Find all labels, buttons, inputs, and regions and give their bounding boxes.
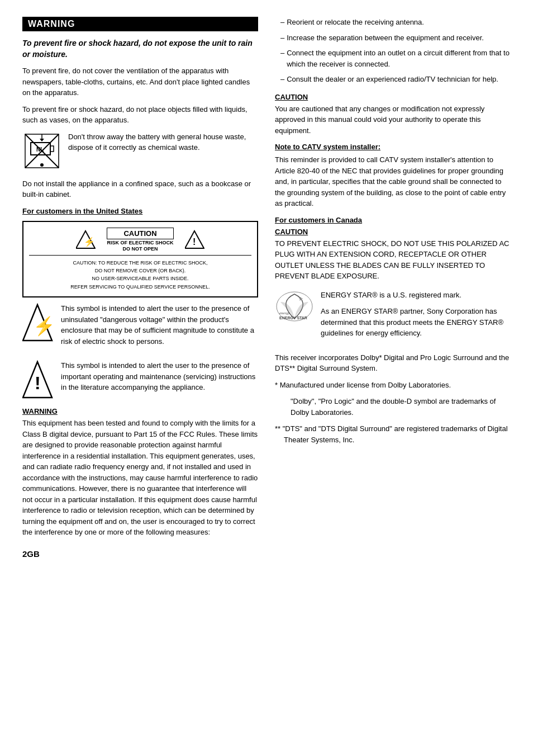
energy-star-text-area: ENERGY STAR® is a U.S. registered mark. … bbox=[321, 290, 511, 344]
page-number: 2GB bbox=[22, 549, 258, 559]
caution-box-title-area: CAUTION RISK OF ELECTRIC SHOCK DO NOT OP… bbox=[107, 228, 173, 252]
energy-star-section: energy ENERGY STAR ★ ENERGY STAR® is a U… bbox=[275, 290, 511, 344]
canada-caution-text: TO PREVENT ELECTRIC SHOCK, DO NOT USE TH… bbox=[275, 238, 511, 282]
svg-text:⚡: ⚡ bbox=[84, 237, 95, 247]
warning-body: This equipment has been tested and found… bbox=[22, 418, 258, 538]
svg-text:★: ★ bbox=[298, 296, 303, 302]
warning-header: WARNING bbox=[22, 17, 258, 31]
lightning-triangle-icon: ⚡ bbox=[22, 303, 53, 342]
right-column: Reorient or relocate the receiving anten… bbox=[275, 17, 511, 559]
canada-caution-heading: CAUTION bbox=[275, 228, 511, 236]
main-warning-title: To prevent fire or shock hazard, do not … bbox=[22, 38, 258, 60]
footnote1: * Manufactured under license from Dolby … bbox=[275, 380, 511, 391]
battery-disposal-icon: NL bbox=[22, 131, 61, 171]
caution-box: ⚡ CAUTION RISK OF ELECTRIC SHOCK DO NOT … bbox=[22, 221, 258, 298]
exclamation-symbol-section: ! This symbol is intended to alert the u… bbox=[22, 360, 258, 399]
energy-star-text2: As an ENERGY STAR® partner, Sony Corpora… bbox=[321, 306, 511, 339]
dolby-para: This receiver incorporates Dolby* Digita… bbox=[275, 352, 511, 374]
left-column: WARNING To prevent fire or shock hazard,… bbox=[22, 17, 258, 559]
bullet-1: Reorient or relocate the receiving anten… bbox=[275, 17, 511, 28]
caution-line-3: NO USER-SERVICEABLE PARTS INSIDE. bbox=[29, 275, 251, 282]
footnote2: "Dolby", "Pro Logic" and the double-D sy… bbox=[275, 396, 511, 418]
warning-label-2: WARNING bbox=[22, 407, 258, 415]
para2: To prevent fire or shock hazard, do not … bbox=[22, 104, 258, 126]
lightning-symbol-section: ⚡ This symbol is intended to alert the u… bbox=[22, 303, 258, 352]
caution-box-title: CAUTION bbox=[107, 228, 173, 239]
bullet-4: Consult the dealer or an experienced rad… bbox=[275, 74, 511, 85]
footnote3: ** "DTS" and "DTS Digital Surround" are … bbox=[275, 423, 511, 445]
caution-line-1: CAUTION: TO REDUCE THE RISK OF ELECTRIC … bbox=[29, 259, 251, 267]
note-heading: Note to CATV system installer: bbox=[275, 143, 511, 151]
caution-line-2: DO NOT REMOVE COVER (OR BACK). bbox=[29, 267, 251, 275]
svg-text:!: ! bbox=[193, 237, 196, 247]
canada-heading: For customers in Canada bbox=[275, 216, 511, 224]
svg-text:energy: energy bbox=[279, 311, 291, 315]
svg-text:ENERGY STAR: ENERGY STAR bbox=[279, 316, 307, 320]
exclamation-symbol-text: This symbol is intended to alert the use… bbox=[61, 360, 258, 393]
svg-text:⚡: ⚡ bbox=[33, 315, 53, 337]
bullet-3: Connect the equipment into an outlet on … bbox=[275, 48, 511, 69]
battery-section: NL Don't throw away the battery with gen… bbox=[22, 131, 258, 171]
caution-box-subtitle: RISK OF ELECTRIC SHOCK DO NOT OPEN bbox=[107, 239, 173, 252]
bullets-section: Reorient or relocate the receiving anten… bbox=[275, 17, 511, 85]
caution-text: You are cautioned that any changes or mo… bbox=[275, 103, 511, 136]
caution-line-4: REFER SERVICING TO QUALIFIED SERVICE PER… bbox=[29, 283, 251, 291]
caution-lightning-left-icon: ⚡ bbox=[76, 230, 96, 249]
para3: Do not install the appliance in a confin… bbox=[22, 178, 258, 200]
svg-text:!: ! bbox=[35, 373, 41, 393]
para1: To prevent fire, do not cover the ventil… bbox=[22, 65, 258, 98]
exclamation-triangle-icon: ! bbox=[22, 360, 53, 399]
caution-box-header: ⚡ CAUTION RISK OF ELECTRIC SHOCK DO NOT … bbox=[29, 228, 251, 252]
svg-marker-8 bbox=[40, 139, 44, 141]
energy-star-text1: ENERGY STAR® is a U.S. registered mark. bbox=[321, 290, 511, 301]
svg-point-6 bbox=[40, 163, 44, 167]
bullet-2: Increase the separation between the equi… bbox=[275, 32, 511, 44]
caution-exclamation-right-icon: ! bbox=[185, 230, 204, 249]
battery-text: Don't throw away the battery with genera… bbox=[68, 131, 258, 153]
caution-box-lines: CAUTION: TO REDUCE THE RISK OF ELECTRIC … bbox=[29, 255, 251, 291]
note-text: This reminder is provided to call CATV s… bbox=[275, 154, 511, 209]
caution-heading: CAUTION bbox=[275, 93, 511, 101]
us-customers-heading: For customers in the United States bbox=[22, 207, 258, 215]
lightning-symbol-text: This symbol is intended to alert the use… bbox=[61, 303, 258, 347]
energy-star-logo-icon: energy ENERGY STAR ★ bbox=[275, 290, 314, 323]
